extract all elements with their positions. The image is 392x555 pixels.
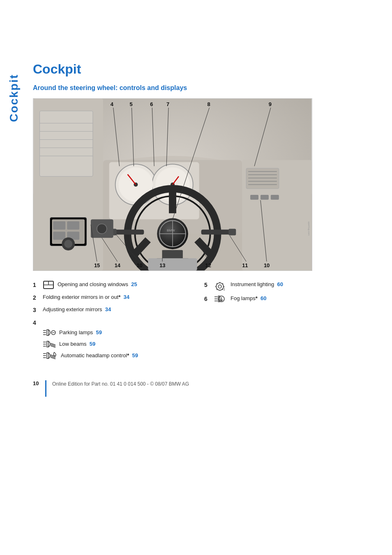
item-3-link[interactable]: 34: [105, 306, 111, 312]
item-2-text: Folding exterior mirrors in or out* 34: [43, 294, 129, 301]
svg-rect-14: [53, 231, 65, 240]
footer-copyright: Online Edition for Part no. 01 41 0 014 …: [52, 381, 189, 387]
item-6-row: 6 Fog lamps: [204, 295, 367, 303]
svg-rect-49: [250, 195, 258, 200]
item-5-number: 5: [204, 281, 212, 289]
fog-lamps-icon: [214, 295, 227, 303]
svg-rect-96: [47, 341, 48, 347]
right-column: 5: [204, 281, 376, 367]
svg-rect-103: [47, 353, 48, 358]
side-chapter-title: Cockpit: [7, 74, 21, 122]
svg-text:4: 4: [111, 101, 114, 107]
svg-rect-13: [67, 222, 79, 230]
item-1-link[interactable]: 25: [131, 281, 137, 287]
item-4-sub-autoheadlamp: Automatic headlamp control* 59: [43, 352, 138, 360]
parking-lamps-link[interactable]: 59: [96, 329, 102, 335]
auto-headlamp-icon: [43, 352, 58, 360]
items-legend: 1 Opening and closing windows 25 2: [33, 281, 376, 367]
page-number-block: 10 Online Edition for Part no. 01 41 0 0…: [33, 380, 189, 397]
svg-text:10: 10: [136, 262, 142, 268]
item-2-row: 2 Folding exterior mirrors in or out* 34: [33, 294, 196, 302]
svg-text:5: 5: [130, 101, 133, 107]
svg-rect-50: [261, 195, 269, 200]
svg-text:11: 11: [242, 262, 248, 268]
low-beams-text: Low beams 59: [59, 340, 95, 348]
section-title: Around the steering wheel: controls and …: [33, 84, 376, 92]
svg-text:15: 15: [94, 262, 100, 268]
item-3-row: 3 Adjusting exterior mirrors 34: [33, 306, 196, 314]
item-6-link[interactable]: 60: [261, 295, 266, 301]
item-4-number: 4: [33, 319, 40, 327]
svg-point-54: [97, 224, 107, 234]
page-number: 10: [33, 380, 43, 386]
svg-text:upe/rlug.com: upe/rlug.com: [308, 222, 310, 236]
svg-text:6: 6: [150, 101, 153, 107]
svg-text:j: j: [224, 287, 225, 291]
low-beams-icon: [43, 340, 56, 348]
auto-headlamp-link[interactable]: 59: [132, 352, 138, 358]
svg-line-116: [222, 289, 223, 290]
svg-text:13: 13: [159, 262, 165, 268]
page-footer: 10 Online Edition for Part no. 01 41 0 0…: [33, 380, 376, 397]
svg-text:BMW: BMW: [167, 229, 175, 232]
item-4-row: 4: [33, 319, 196, 363]
svg-point-108: [218, 285, 221, 288]
svg-line-113: [217, 283, 217, 284]
item-6-number: 6: [204, 295, 212, 303]
svg-text:7: 7: [166, 101, 169, 107]
item-1-number: 1: [33, 281, 40, 289]
parking-lamps-text: Parking lamps 59: [59, 329, 102, 336]
item-2-link[interactable]: 34: [124, 294, 129, 300]
svg-text:9: 9: [269, 101, 272, 107]
svg-rect-90: [47, 330, 48, 335]
svg-rect-52: [148, 258, 197, 271]
item-5-row: 5: [204, 281, 367, 291]
svg-line-115: [217, 289, 217, 290]
item-2-number: 2: [33, 294, 40, 302]
item-4-sub-lowbeams: Low beams 59: [43, 340, 138, 348]
svg-point-56: [64, 240, 72, 248]
auto-headlamp-text: Automatic headlamp control* 59: [61, 352, 138, 359]
svg-text:8: 8: [208, 101, 210, 107]
parking-lamps-icon: [43, 328, 56, 337]
item-5-link[interactable]: 60: [277, 281, 283, 287]
svg-rect-4: [40, 111, 93, 176]
page-title: Cockpit: [33, 62, 376, 77]
item-4-sub-parking: Parking lamps 59: [43, 328, 138, 337]
svg-rect-40: [201, 229, 232, 234]
left-column: 1 Opening and closing windows 25 2: [33, 281, 204, 367]
svg-rect-41: [228, 229, 236, 235]
svg-text:10: 10: [264, 262, 270, 268]
svg-line-114: [222, 283, 223, 284]
svg-rect-51: [271, 195, 279, 200]
item-4-subitems: Parking lamps 59: [43, 328, 138, 363]
item-3-number: 3: [33, 306, 40, 314]
item-6-text: Fog lamps* 60: [231, 295, 266, 302]
item-1-text: Opening and closing windows 25: [58, 281, 137, 288]
item-1-row: 1 Opening and closing windows 25: [33, 281, 196, 289]
svg-rect-38: [113, 229, 144, 234]
item-3-text: Adjusting exterior mirrors 34: [43, 306, 111, 313]
page-bar-accent: [45, 380, 46, 397]
window-icon: [43, 281, 54, 289]
svg-text:14: 14: [115, 262, 121, 268]
cockpit-diagram: BMW: [33, 98, 312, 271]
svg-rect-12: [53, 222, 65, 230]
svg-text:12: 12: [205, 262, 211, 268]
instrument-lighting-icon: j: [214, 281, 227, 291]
item-5-text: Instrument lighting 60: [231, 281, 283, 288]
low-beams-link[interactable]: 59: [90, 341, 95, 347]
